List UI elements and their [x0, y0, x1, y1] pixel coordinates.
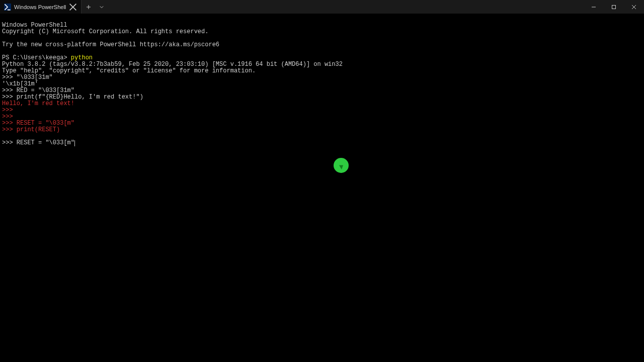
titlebar-drag-region[interactable] [108, 0, 584, 14]
terminal-line: Try the new cross-platform PowerShell ht… [2, 41, 219, 48]
terminal-line: >>> RESET = "\033[m" [2, 120, 74, 127]
terminal-line: >>> print(f"{RED}Hello, I'm red text!") [2, 94, 143, 101]
maximize-button[interactable] [604, 0, 624, 14]
terminal-output[interactable]: Windows PowerShell Copyright (C) Microso… [0, 14, 644, 148]
tab-powershell[interactable]: Windows PowerShell [0, 0, 82, 14]
terminal-line: Hello, I'm red text! [2, 100, 74, 107]
close-window-button[interactable] [624, 0, 644, 14]
tab-title: Windows PowerShell [14, 4, 66, 10]
terminal-line: Python 3.8.2 (tags/v3.8.2:7b3ab59, Feb 2… [2, 61, 343, 68]
terminal-line: Copyright (C) Microsoft Corporation. All… [2, 28, 208, 35]
tab-dropdown-button[interactable] [96, 0, 108, 14]
close-tab-icon[interactable] [69, 3, 77, 11]
powershell-icon [4, 4, 11, 11]
terminal-line: >>> RED = "\033[31m" [2, 87, 74, 94]
terminal-line: >>> [2, 107, 13, 114]
terminal-line: >>> RESET = "\033[m" [2, 139, 75, 146]
terminal-line: Windows PowerShell [2, 22, 67, 29]
terminal-line: '\x1b[31m' [2, 80, 38, 87]
terminal-line: >>> "\033[31m" [2, 74, 53, 81]
terminal-line: PS C:\Users\keega> python [2, 54, 93, 61]
terminal-line: >>> print(RESET) [2, 126, 60, 133]
terminal-line: >>> [2, 113, 13, 120]
text-cursor [74, 140, 75, 146]
title-bar: Windows PowerShell [0, 0, 644, 14]
window-controls [584, 0, 644, 14]
minimize-button[interactable] [584, 0, 604, 14]
new-tab-button[interactable] [82, 0, 96, 14]
svg-rect-0 [612, 6, 616, 9]
mouse-cursor-highlight [334, 158, 349, 173]
terminal-line: Type "help", "copyright", "credits" or "… [2, 67, 256, 74]
